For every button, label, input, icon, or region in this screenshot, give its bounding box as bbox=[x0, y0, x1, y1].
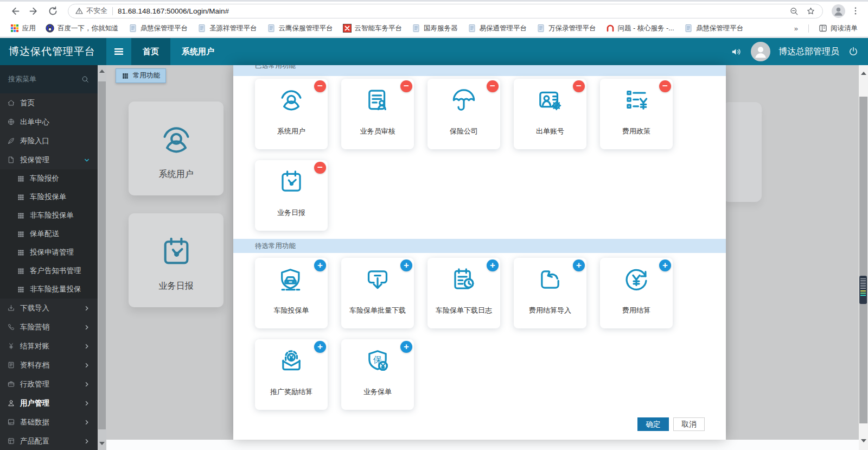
window-scrollbar[interactable] bbox=[859, 65, 868, 450]
function-card[interactable]: −业务员审核 bbox=[341, 79, 414, 149]
search-input[interactable]: 搜索菜单 bbox=[8, 74, 81, 84]
sidebar-toggle-button[interactable] bbox=[106, 38, 131, 65]
bookmark-item[interactable]: 国寿服务器 bbox=[407, 22, 463, 35]
app-tab[interactable]: 系统用户 bbox=[170, 38, 226, 65]
scroll-down-icon[interactable] bbox=[861, 439, 866, 442]
sidebar-item[interactable]: 下载导入 bbox=[0, 299, 98, 318]
add-badge-icon[interactable]: + bbox=[659, 259, 671, 271]
sidebar-item[interactable]: 非车险投保单 bbox=[0, 206, 98, 225]
doc-favicon bbox=[684, 24, 693, 33]
security-chip[interactable]: 不安全 bbox=[75, 6, 107, 16]
shield-yen-icon: 保 bbox=[363, 347, 392, 375]
profile-avatar-icon[interactable] bbox=[832, 4, 845, 18]
bookmark-item[interactable]: 问题 - 核心服务 -... bbox=[601, 22, 679, 35]
function-card[interactable]: +费用结算导入 bbox=[514, 258, 586, 328]
function-card[interactable]: −保险公司 bbox=[427, 79, 500, 149]
remove-badge-icon[interactable]: − bbox=[487, 80, 499, 92]
address-bar[interactable]: 不安全 81.68.148.167:50006/Login/Main# bbox=[68, 4, 823, 18]
function-card[interactable]: −系统用户 bbox=[255, 79, 328, 149]
sidebar-item[interactable]: 非车险批量投保 bbox=[0, 280, 98, 299]
sidebar-item[interactable]: 车险报价 bbox=[0, 169, 98, 188]
remove-badge-icon[interactable]: − bbox=[400, 80, 412, 92]
add-badge-icon[interactable]: + bbox=[314, 341, 326, 353]
remove-badge-icon[interactable]: − bbox=[314, 80, 326, 92]
sidebar-item[interactable]: 投保管理 bbox=[0, 150, 98, 169]
function-card[interactable]: −费用政策 bbox=[600, 79, 673, 149]
confirm-button[interactable]: 确定 bbox=[637, 417, 669, 431]
reading-list-button[interactable]: 阅读清单 bbox=[814, 22, 863, 35]
function-card[interactable]: +车险投保单 bbox=[255, 258, 328, 328]
sidebar-item[interactable]: 客户告知书管理 bbox=[0, 262, 98, 280]
forward-icon[interactable] bbox=[28, 5, 40, 17]
search-icon[interactable] bbox=[81, 75, 90, 84]
sidebar-item[interactable]: 资料存档 bbox=[0, 356, 98, 375]
bookmark-item[interactable]: 万保录管理平台 bbox=[532, 22, 601, 35]
sidebar-item[interactable]: 寿险入口 bbox=[0, 131, 98, 150]
sidebar-scrollbar-thumb[interactable] bbox=[98, 81, 106, 429]
calendar-clock-icon bbox=[158, 234, 194, 270]
bookmark-star-icon[interactable] bbox=[806, 6, 816, 16]
user-avatar[interactable] bbox=[751, 42, 770, 61]
function-card[interactable]: +车险保单批量下载 bbox=[341, 258, 414, 328]
function-card[interactable]: −业务日报 bbox=[255, 160, 328, 231]
remove-badge-icon[interactable]: − bbox=[314, 162, 326, 174]
card-label: 业务日报 bbox=[159, 281, 194, 292]
sidebar-item[interactable]: 行政管理 bbox=[0, 375, 98, 394]
logout-power-icon[interactable] bbox=[847, 46, 859, 58]
sidebar-item[interactable]: 保单配送 bbox=[0, 225, 98, 243]
apps-shortcut[interactable]: 应用 bbox=[5, 22, 41, 35]
function-card[interactable]: +车险保单下载日志 bbox=[427, 258, 500, 328]
scroll-up-icon[interactable] bbox=[99, 69, 105, 73]
sidebar-item[interactable]: 结算对账 bbox=[0, 337, 98, 356]
quick-functions-button[interactable]: 常用功能 bbox=[116, 68, 166, 83]
function-card[interactable]: +推广奖励结算 bbox=[255, 339, 328, 410]
scroll-up-icon[interactable] bbox=[861, 72, 866, 75]
function-card[interactable]: +保业务保单 bbox=[341, 339, 414, 410]
bookmark-item[interactable]: 易保通管理平台 bbox=[463, 22, 532, 35]
sidebar-item[interactable]: 投保申请管理 bbox=[0, 243, 98, 262]
add-badge-icon[interactable]: + bbox=[400, 341, 412, 353]
app-logo: 博达保代管理平台 bbox=[0, 38, 106, 65]
bookmark-item[interactable]: 百度一下，你就知道 bbox=[41, 22, 124, 35]
bookmark-item[interactable]: 圣源祥管理平台 bbox=[193, 22, 262, 35]
sidebar-item[interactable]: 基础数据 bbox=[0, 413, 98, 432]
function-card[interactable]: +费用结算 bbox=[600, 258, 673, 328]
sidebar-item[interactable]: 出单中心 bbox=[0, 112, 98, 131]
sidebar-item[interactable]: 首页 bbox=[0, 93, 98, 112]
app-tab[interactable]: 首页 bbox=[131, 38, 170, 65]
grid-icon bbox=[17, 230, 25, 238]
back-icon[interactable] bbox=[9, 5, 21, 17]
window-scrollbar-thumb[interactable] bbox=[859, 97, 867, 423]
bookmark-item[interactable]: 云鹰保服管理平台 bbox=[262, 22, 338, 35]
scroll-down-icon[interactable] bbox=[99, 442, 105, 445]
zoom-out-icon[interactable] bbox=[789, 6, 799, 16]
bookmark-item[interactable]: 鼎慧保管理平台 bbox=[679, 22, 749, 35]
bookmark-item[interactable]: 云智能车务平台 bbox=[338, 22, 407, 35]
bookmark-item[interactable]: 鼎慧保管理平台 bbox=[124, 22, 193, 35]
add-badge-icon[interactable]: + bbox=[400, 259, 412, 271]
reload-icon[interactable] bbox=[47, 5, 59, 17]
add-badge-icon[interactable]: + bbox=[487, 259, 499, 271]
sidebar-item[interactable]: 车险营销 bbox=[0, 318, 98, 337]
speaker-icon[interactable] bbox=[730, 46, 743, 58]
username[interactable]: 博达总部管理员 bbox=[778, 46, 839, 58]
sidebar-item[interactable]: 车险投保单 bbox=[0, 188, 98, 206]
bookmarks-overflow[interactable]: » bbox=[789, 24, 803, 33]
sidebar-scrollbar[interactable] bbox=[98, 65, 106, 450]
sidebar-item[interactable]: 产品配置 bbox=[0, 432, 98, 450]
function-card[interactable]: −出单账号 bbox=[514, 79, 586, 149]
chrome-menu-icon[interactable] bbox=[851, 6, 860, 16]
url-text[interactable]: 81.68.148.167:50006/Login/Main# bbox=[118, 7, 782, 15]
background-function-card[interactable]: 系统用户 bbox=[129, 102, 224, 195]
cancel-button[interactable]: 取消 bbox=[673, 417, 705, 431]
remove-badge-icon[interactable]: − bbox=[573, 80, 585, 92]
add-badge-icon[interactable]: + bbox=[314, 259, 326, 271]
sidebar-search[interactable]: 搜索菜单 bbox=[0, 65, 98, 93]
sidebar-item[interactable]: 用户管理 bbox=[0, 394, 98, 413]
extension-handle[interactable] bbox=[859, 276, 867, 304]
sidebar-item-label: 客户告知书管理 bbox=[30, 266, 81, 276]
candidate-section-bar: 待选常用功能 bbox=[233, 239, 726, 253]
remove-badge-icon[interactable]: − bbox=[659, 80, 671, 92]
background-function-card[interactable]: 业务日报 bbox=[129, 213, 224, 307]
add-badge-icon[interactable]: + bbox=[573, 259, 585, 271]
